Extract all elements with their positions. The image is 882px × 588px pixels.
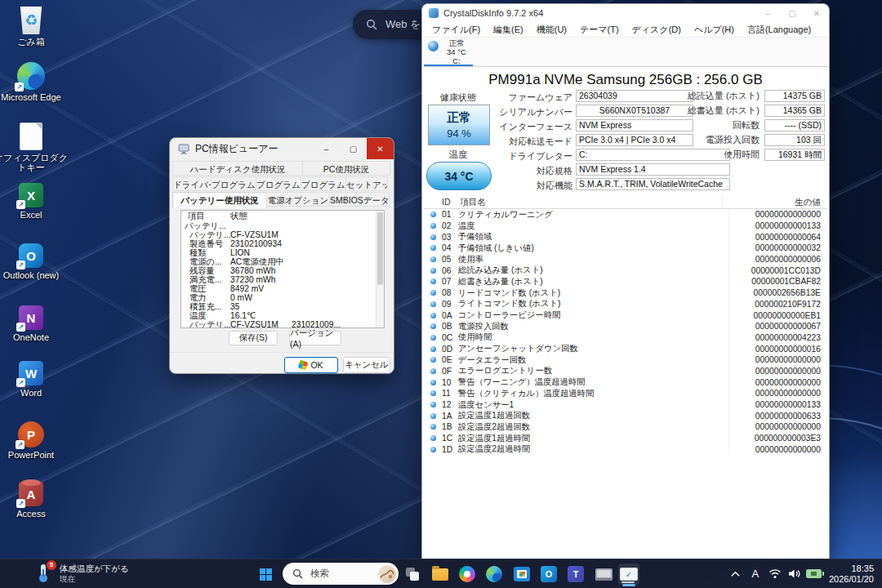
smart-row[interactable]: 0F エラーログエントリー数 00000000000000 <box>424 366 827 377</box>
menu-item[interactable]: 言語(Language) <box>741 24 817 36</box>
tab-program2[interactable]: プログラム2 <box>256 176 301 191</box>
desktop-icon-powerpoint[interactable]: PowerPoint <box>0 421 70 460</box>
smart-row[interactable]: 1D 設定温度2超過時間 00000000000000 <box>424 443 827 455</box>
smart-raw-value: 000000000003E3 <box>728 433 827 444</box>
smart-row[interactable]: 1B 設定温度2超過回数 00000000000000 <box>424 421 827 433</box>
smart-row[interactable]: 1C 設定温度1超過時間 000000000003E3 <box>424 433 827 444</box>
smart-row[interactable]: 1A 設定温度1超過回数 00000000000633 <box>424 410 827 421</box>
menu-item[interactable]: ディスク(D) <box>626 24 688 36</box>
devices-tool-button[interactable] <box>593 564 614 585</box>
battery-info-row[interactable]: バッテリ... CF-VZSU1M <box>181 230 384 239</box>
desktop-icon-recycle-bin[interactable]: ごみ箱 <box>0 7 70 47</box>
smart-row[interactable]: 04 予備領域 (しきい値) 00000000000032 <box>424 243 827 254</box>
menu-item[interactable]: 機能(U) <box>530 24 573 36</box>
tab-setup[interactable]: セットアップ <box>345 176 388 191</box>
smart-row[interactable]: 06 総読み込み量 (ホスト) 00000001CC013D <box>424 265 827 276</box>
smart-row[interactable]: 01 クリティカルワーニング 00000000000000 <box>424 209 827 220</box>
smart-row[interactable]: 11 警告（クリティカル）温度超過時間 00000000000000 <box>424 388 827 399</box>
outlook-button[interactable] <box>538 564 559 585</box>
smart-row[interactable]: 0C 使用時間 00000000004223 <box>424 332 827 344</box>
microsoft-store-button[interactable] <box>511 564 532 585</box>
tab-driver[interactable]: ドライバー <box>172 176 212 191</box>
version-button[interactable]: バージョン(A) <box>289 331 341 345</box>
wifi-button[interactable] <box>765 564 785 585</box>
search-highlight-image[interactable] <box>378 565 396 583</box>
edge-button[interactable] <box>483 564 505 585</box>
smart-row[interactable]: 08 リードコマンド数 (ホスト) 0000002656B13E <box>424 287 827 299</box>
smart-raw-value: 00000000000133 <box>728 220 827 232</box>
battery-info-row[interactable]: 温度 16.1℃ <box>181 311 384 320</box>
tab-program3[interactable]: プログラム3 <box>301 176 346 191</box>
copilot-button[interactable] <box>457 564 478 585</box>
menu-item[interactable]: テーマ(T) <box>573 24 626 36</box>
minimize-button[interactable]: – <box>313 138 340 159</box>
scrollbar[interactable] <box>376 211 384 327</box>
smart-row[interactable]: 0E データエラー回数 00000000000000 <box>424 354 827 366</box>
minimize-button[interactable]: – <box>755 4 780 22</box>
smart-row[interactable]: 12 温度センサー1 00000000000133 <box>424 399 827 411</box>
battery-info-row[interactable]: 電力 0 mW <box>181 293 384 302</box>
tab-battery-usage[interactable]: バッテリー使用状況 <box>172 192 267 208</box>
smart-row[interactable]: 0A コントローラービジー時間 00000000000EB1 <box>424 310 827 321</box>
maximize-button[interactable]: ▢ <box>340 138 367 159</box>
volume-button[interactable] <box>785 564 804 585</box>
titlebar[interactable]: CrystalDiskInfo 9.7.2 x64 – ▢ ✕ <box>422 4 829 22</box>
smart-row[interactable]: 0D アンセーフシャットダウン回数 00000000000016 <box>424 343 827 354</box>
file-explorer-button[interactable] <box>430 564 451 585</box>
smart-row[interactable]: 02 温度 00000000000133 <box>424 220 827 232</box>
tab-power-options[interactable]: 電源オプション <box>266 192 330 207</box>
hidden-icons-chevron[interactable] <box>726 564 746 585</box>
tab-harddisk-usage[interactable]: ハードディスク使用状況 <box>172 161 303 176</box>
cancel-button[interactable]: キャンセル <box>343 357 390 373</box>
menu-item[interactable]: ファイル(F) <box>425 24 487 36</box>
desktop-icon-onenote[interactable]: OneNote <box>0 305 70 342</box>
desktop-icon-edge[interactable]: Microsoft Edge <box>0 62 70 102</box>
battery-info-row[interactable]: 満充電... 37230 mWh <box>181 275 384 284</box>
tab-smbios-data[interactable]: SMBIOSデータ <box>329 192 390 207</box>
battery-button[interactable] <box>804 564 824 585</box>
save-button[interactable]: 保存(S) <box>229 331 278 345</box>
ok-button[interactable]: OK <box>284 357 338 373</box>
taskbar-search-box[interactable]: 検索 <box>283 563 399 585</box>
pc-info-viewer-window: PC情報ビューアー – ▢ ✕ ハードディスク使用状況 PC使用状況 ドライバー… <box>169 137 394 374</box>
tab-pc-usage[interactable]: PC使用状況 <box>302 161 390 176</box>
desktop-icon-access[interactable]: Access <box>0 482 70 519</box>
desktop-icon-outlook[interactable]: Outlook (new) <box>0 243 70 280</box>
smart-row[interactable]: 10 警告（ワーニング）温度超過時間 00000000000000 <box>424 376 827 388</box>
menu-item[interactable]: ヘルプ(H) <box>688 24 741 36</box>
battery-info-row[interactable]: バッテリ... <box>181 221 384 230</box>
start-button[interactable] <box>255 564 276 585</box>
taskbar-clock[interactable]: 18:35 2026/01/20 <box>829 564 874 585</box>
task-view-button[interactable] <box>402 564 423 585</box>
pc-info-viewer-taskbar-button[interactable] <box>618 564 639 585</box>
desktop-icon-word[interactable]: Word <box>0 361 70 398</box>
smart-row[interactable]: 03 予備領域 00000000000064 <box>424 231 827 243</box>
scrollbar-thumb[interactable] <box>377 212 383 285</box>
close-button[interactable]: ✕ <box>804 4 829 22</box>
battery-info-row[interactable]: 電源の... AC電源使用中 <box>181 257 384 266</box>
battery-info-row[interactable]: 電圧 8492 mV <box>181 284 384 293</box>
battery-info-row[interactable]: 残容量 36780 mWh <box>181 266 384 275</box>
smart-row[interactable]: 0B 電源投入回数 00000000000067 <box>424 321 827 332</box>
tab-program1[interactable]: プログラム1 <box>211 176 256 191</box>
titlebar[interactable]: PC情報ビューアー – ▢ ✕ <box>170 138 394 159</box>
desktop-icon-excel[interactable]: Excel <box>0 183 70 220</box>
battery-info-row[interactable]: 製造番号 23102100934 <box>181 239 384 248</box>
teams-button[interactable] <box>565 564 586 585</box>
battery-info-list[interactable]: 項目 状態 バッテリ... バッテリ... CF-VZSU1M <box>180 210 385 328</box>
menu-item[interactable]: 編集(E) <box>487 24 530 36</box>
battery-info-row[interactable]: 積算充... 35 <box>181 302 384 311</box>
maximize-button[interactable]: ▢ <box>780 4 804 22</box>
desktop-icon-office-product-key[interactable]: オフィスプロダクトキー <box>0 122 70 172</box>
smart-row[interactable]: 07 総書き込み量 (ホスト) 00000001CBAF82 <box>424 276 827 287</box>
smart-raw-value: 00000000000000 <box>728 388 827 399</box>
weather-widget[interactable]: 5 体感温度が下がる 現在 <box>34 563 129 584</box>
ime-mode-indicator[interactable]: A <box>746 564 765 585</box>
smart-row[interactable]: 05 使用率 00000000000006 <box>424 254 827 265</box>
close-button[interactable]: ✕ <box>367 138 394 159</box>
drive-tab-c[interactable]: 正常 34 °C C: <box>423 38 474 66</box>
battery-item-value: CF-VZSU1M <box>230 320 278 328</box>
battery-info-row[interactable]: バッテリ... CF-VZSU1M 231021009... <box>181 320 384 328</box>
battery-info-row[interactable]: 種類 LION <box>181 248 384 257</box>
smart-row[interactable]: 09 ライトコマンド数 (ホスト) 000000210F9172 <box>424 299 827 310</box>
